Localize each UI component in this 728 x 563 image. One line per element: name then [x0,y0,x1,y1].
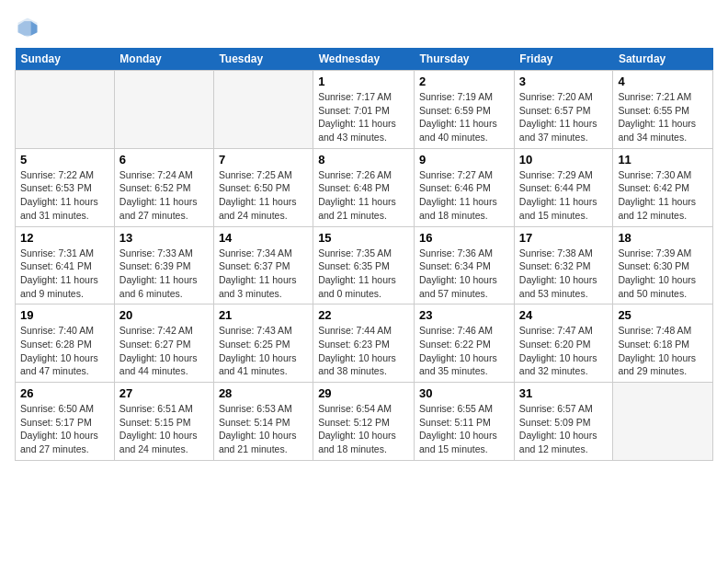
calendar-cell: 25Sunrise: 7:48 AM Sunset: 6:18 PM Dayli… [613,304,713,383]
day-number: 25 [618,308,708,322]
calendar-cell [114,71,213,149]
day-number: 22 [318,308,409,322]
day-number: 19 [20,308,109,322]
calendar-cell: 15Sunrise: 7:35 AM Sunset: 6:35 PM Dayli… [313,226,415,304]
day-detail: Sunrise: 7:26 AM Sunset: 6:48 PM Dayligh… [318,168,409,223]
calendar-cell: 13Sunrise: 7:33 AM Sunset: 6:39 PM Dayli… [114,226,213,304]
calendar-cell [213,71,313,149]
calendar-cell: 30Sunrise: 6:55 AM Sunset: 5:11 PM Dayli… [415,383,515,461]
calendar-cell: 1Sunrise: 7:17 AM Sunset: 7:01 PM Daylig… [313,71,415,149]
day-number: 27 [119,386,209,400]
calendar-cell: 16Sunrise: 7:36 AM Sunset: 6:34 PM Dayli… [415,226,515,304]
day-number: 31 [519,386,609,400]
calendar-cell: 20Sunrise: 7:42 AM Sunset: 6:27 PM Dayli… [114,304,213,383]
weekday-header-monday: Monday [114,48,213,71]
day-detail: Sunrise: 7:19 AM Sunset: 6:59 PM Dayligh… [419,90,509,144]
calendar-cell: 19Sunrise: 7:40 AM Sunset: 6:28 PM Dayli… [16,304,115,383]
calendar-cell: 21Sunrise: 7:43 AM Sunset: 6:25 PM Dayli… [213,304,313,383]
day-detail: Sunrise: 7:31 AM Sunset: 6:41 PM Dayligh… [20,247,109,301]
day-number: 30 [419,386,509,400]
logo-icon [15,15,40,40]
calendar-cell: 10Sunrise: 7:29 AM Sunset: 6:44 PM Dayli… [514,148,613,226]
day-number: 7 [219,153,308,167]
calendar-cell: 12Sunrise: 7:31 AM Sunset: 6:41 PM Dayli… [16,226,115,304]
day-detail: Sunrise: 7:20 AM Sunset: 6:57 PM Dayligh… [519,90,609,144]
weekday-header-wednesday: Wednesday [313,48,415,71]
day-detail: Sunrise: 7:27 AM Sunset: 6:46 PM Dayligh… [419,168,509,223]
calendar-cell: 9Sunrise: 7:27 AM Sunset: 6:46 PM Daylig… [415,148,515,226]
calendar-cell: 29Sunrise: 6:54 AM Sunset: 5:12 PM Dayli… [313,383,415,461]
day-detail: Sunrise: 6:50 AM Sunset: 5:17 PM Dayligh… [20,402,109,456]
weekday-header-row: SundayMondayTuesdayWednesdayThursdayFrid… [16,48,713,71]
calendar-cell: 28Sunrise: 6:53 AM Sunset: 5:14 PM Dayli… [213,383,313,461]
day-number: 28 [219,386,308,400]
day-detail: Sunrise: 7:43 AM Sunset: 6:25 PM Dayligh… [219,324,308,378]
calendar-cell [613,383,713,461]
day-detail: Sunrise: 7:35 AM Sunset: 6:35 PM Dayligh… [318,247,409,301]
day-detail: Sunrise: 7:40 AM Sunset: 6:28 PM Dayligh… [20,324,109,378]
day-detail: Sunrise: 7:46 AM Sunset: 6:22 PM Dayligh… [419,324,509,378]
calendar-cell [16,71,115,149]
week-row-5: 26Sunrise: 6:50 AM Sunset: 5:17 PM Dayli… [16,383,713,461]
day-detail: Sunrise: 6:57 AM Sunset: 5:09 PM Dayligh… [519,402,609,456]
day-number: 12 [20,231,109,245]
day-number: 15 [318,231,409,245]
calendar-cell: 4Sunrise: 7:21 AM Sunset: 6:55 PM Daylig… [613,71,713,149]
weekday-header-sunday: Sunday [16,48,115,71]
day-detail: Sunrise: 7:39 AM Sunset: 6:30 PM Dayligh… [618,247,708,301]
day-number: 5 [20,153,109,167]
day-detail: Sunrise: 7:38 AM Sunset: 6:32 PM Dayligh… [519,247,609,301]
calendar-cell: 8Sunrise: 7:26 AM Sunset: 6:48 PM Daylig… [313,148,415,226]
day-detail: Sunrise: 7:21 AM Sunset: 6:55 PM Dayligh… [618,90,708,144]
calendar-cell: 17Sunrise: 7:38 AM Sunset: 6:32 PM Dayli… [514,226,613,304]
calendar-cell: 26Sunrise: 6:50 AM Sunset: 5:17 PM Dayli… [16,383,115,461]
calendar-cell: 27Sunrise: 6:51 AM Sunset: 5:15 PM Dayli… [114,383,213,461]
day-number: 4 [618,75,708,88]
calendar-cell: 18Sunrise: 7:39 AM Sunset: 6:30 PM Dayli… [613,226,713,304]
day-detail: Sunrise: 6:54 AM Sunset: 5:12 PM Dayligh… [318,402,409,456]
day-number: 6 [119,153,209,167]
day-number: 10 [519,153,609,167]
weekday-header-thursday: Thursday [415,48,515,71]
calendar-cell: 23Sunrise: 7:46 AM Sunset: 6:22 PM Dayli… [415,304,515,383]
day-number: 11 [618,153,708,167]
day-number: 23 [419,308,509,322]
day-detail: Sunrise: 7:29 AM Sunset: 6:44 PM Dayligh… [519,168,609,223]
day-number: 17 [519,231,609,245]
calendar-table: SundayMondayTuesdayWednesdayThursdayFrid… [15,48,713,461]
day-number: 18 [618,231,708,245]
day-detail: Sunrise: 6:53 AM Sunset: 5:14 PM Dayligh… [219,402,308,456]
calendar-cell: 2Sunrise: 7:19 AM Sunset: 6:59 PM Daylig… [415,71,515,149]
day-detail: Sunrise: 7:34 AM Sunset: 6:37 PM Dayligh… [219,247,308,301]
weekday-header-saturday: Saturday [613,48,713,71]
calendar-cell: 7Sunrise: 7:25 AM Sunset: 6:50 PM Daylig… [213,148,313,226]
week-row-2: 5Sunrise: 7:22 AM Sunset: 6:53 PM Daylig… [16,148,713,226]
day-detail: Sunrise: 7:48 AM Sunset: 6:18 PM Dayligh… [618,324,708,378]
day-number: 16 [419,231,509,245]
day-detail: Sunrise: 7:25 AM Sunset: 6:50 PM Dayligh… [219,168,308,223]
calendar-cell: 14Sunrise: 7:34 AM Sunset: 6:37 PM Dayli… [213,226,313,304]
day-detail: Sunrise: 7:22 AM Sunset: 6:53 PM Dayligh… [20,168,109,223]
week-row-1: 1Sunrise: 7:17 AM Sunset: 7:01 PM Daylig… [16,71,713,149]
day-detail: Sunrise: 7:47 AM Sunset: 6:20 PM Dayligh… [519,324,609,378]
day-number: 13 [119,231,209,245]
day-detail: Sunrise: 7:24 AM Sunset: 6:52 PM Dayligh… [119,168,209,223]
day-detail: Sunrise: 6:51 AM Sunset: 5:15 PM Dayligh… [119,402,209,456]
calendar-cell: 5Sunrise: 7:22 AM Sunset: 6:53 PM Daylig… [16,148,115,226]
day-number: 3 [519,75,609,88]
day-number: 26 [20,386,109,400]
calendar-cell: 3Sunrise: 7:20 AM Sunset: 6:57 PM Daylig… [514,71,613,149]
day-number: 29 [318,386,409,400]
day-detail: Sunrise: 7:44 AM Sunset: 6:23 PM Dayligh… [318,324,409,378]
logo [15,15,44,40]
week-row-4: 19Sunrise: 7:40 AM Sunset: 6:28 PM Dayli… [16,304,713,383]
calendar-cell: 22Sunrise: 7:44 AM Sunset: 6:23 PM Dayli… [313,304,415,383]
day-detail: Sunrise: 7:33 AM Sunset: 6:39 PM Dayligh… [119,247,209,301]
day-detail: Sunrise: 6:55 AM Sunset: 5:11 PM Dayligh… [419,402,509,456]
calendar-cell: 24Sunrise: 7:47 AM Sunset: 6:20 PM Dayli… [514,304,613,383]
week-row-3: 12Sunrise: 7:31 AM Sunset: 6:41 PM Dayli… [16,226,713,304]
calendar-cell: 31Sunrise: 6:57 AM Sunset: 5:09 PM Dayli… [514,383,613,461]
weekday-header-tuesday: Tuesday [213,48,313,71]
weekday-header-friday: Friday [514,48,613,71]
day-number: 24 [519,308,609,322]
